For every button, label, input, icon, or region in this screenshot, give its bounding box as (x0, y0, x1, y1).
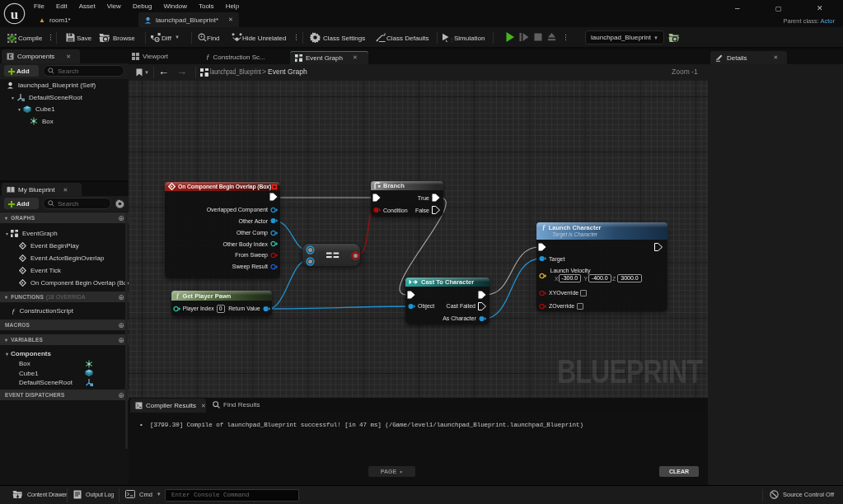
svg-text:+: + (200, 34, 204, 40)
svg-text:u: u (11, 7, 18, 22)
